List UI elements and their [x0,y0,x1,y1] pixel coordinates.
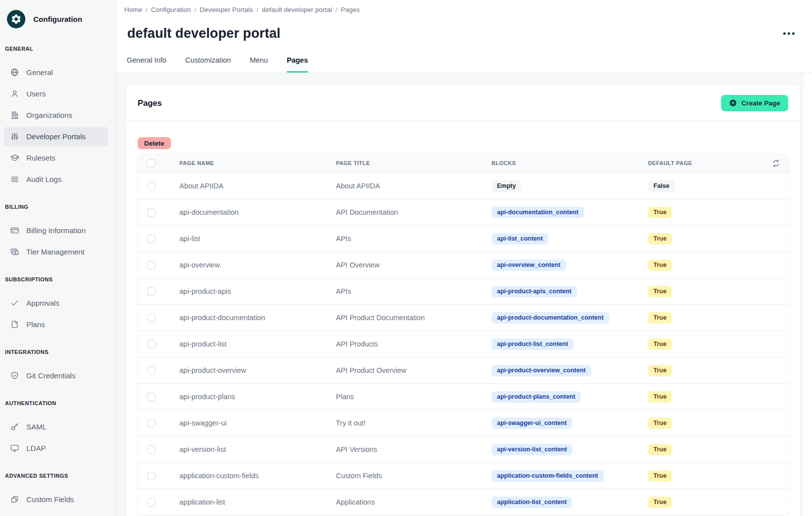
sidebar-section-label: ADVANCED SETTINGS [5,473,108,479]
sidebar-item-ldap[interactable]: LDAP [4,438,108,458]
row-checkbox-cell [138,208,179,217]
table-row[interactable]: api-overviewAPI Overviewapi-overview_con… [138,252,789,278]
sidebar-item-plans[interactable]: Plans [4,315,108,334]
sidebar-item-git-credentials[interactable]: Git Credentials [4,366,108,385]
blocks-badge[interactable]: api-product-overview_content [491,365,591,376]
row-checkbox-cell [138,498,179,507]
row-checkbox[interactable] [147,366,156,375]
blocks-cell: api-product-documentation_content [491,312,648,324]
default-page-badge: True [648,470,672,482]
default-page-badge: True [648,233,672,245]
blocks-badge: Empty [491,180,521,192]
blocks-badge[interactable]: api-version-list_content [491,444,572,455]
sidebar-section-label: SUBSCRIPTIONS [5,276,108,282]
delete-button[interactable]: Delete [138,137,171,149]
sidebar-item-developer-portals[interactable]: Developer Portals [4,127,108,146]
row-checkbox[interactable] [147,419,156,428]
blocks-badge[interactable]: api-list_content [491,233,548,245]
blocks-badge[interactable]: api-product-apis_content [491,286,577,297]
table-row[interactable]: application-custom-fieldsCustom Fieldsap… [138,462,789,489]
sidebar-item-users[interactable]: Users [4,84,108,103]
sidebar-item-label: LDAP [26,444,46,452]
breadcrumb-item-home[interactable]: Home [124,6,142,13]
blocks-badge[interactable]: application-custom-fields_content [491,470,604,482]
page-title-cell: APIs [336,235,491,243]
row-checkbox-cell [138,314,179,322]
sidebar-item-custom-fields[interactable]: Custom Fields [4,490,108,509]
row-checkbox[interactable] [147,393,156,401]
blocks-badge[interactable]: api-documentation_content [491,207,584,218]
row-checkbox-cell [138,445,179,454]
table-row[interactable]: api-version-listAPI Versionsapi-version-… [138,436,789,462]
table-row[interactable]: api-listAPIsapi-list_contentTrue [138,225,789,252]
row-checkbox[interactable] [147,445,156,454]
blocks-badge[interactable]: api-product-documentation_content [491,312,609,324]
sidebar-item-tier-management[interactable]: Tier Management [4,242,108,261]
table-row[interactable]: api-product-plansPlansapi-product-plans_… [138,383,789,410]
sidebar-item-organizations[interactable]: Organizations [4,105,108,125]
refresh-button[interactable] [771,158,781,169]
row-checkbox[interactable] [147,287,156,296]
page-title-cell: Applications [336,498,491,506]
blocks-badge[interactable]: api-product-list_content [491,339,573,350]
page-title-cell: Try it out! [336,419,491,427]
table-row[interactable]: api-product-documentationAPI Product Doc… [138,304,789,331]
table-row[interactable]: About APIIDAAbout APIIDAEmptyFalse [138,172,789,199]
row-checkbox[interactable] [147,340,156,348]
table-row[interactable]: api-product-overviewAPI Product Overview… [138,357,789,383]
row-checkbox[interactable] [147,261,156,269]
page-title-cell: API Product Overview [336,366,491,374]
breadcrumb-item-configuration[interactable]: Configuration [151,6,191,13]
row-checkbox[interactable] [147,208,156,217]
page-name-cell: api-product-list [179,340,336,348]
sidebar-item-saml[interactable]: SAML [4,417,108,436]
row-checkbox-cell [138,235,179,243]
blocks-badge[interactable]: api-swagger-ui_content [491,418,572,429]
more-actions-button[interactable] [781,29,797,38]
sidebar-section-label: BILLING [5,204,108,210]
row-checkbox[interactable] [147,182,156,190]
breadcrumb-item-pages[interactable]: Pages [341,6,360,13]
default-page-badge: True [648,259,672,271]
sidebar-item-billing-information[interactable]: Billing Information [4,221,108,240]
create-page-label: Create Page [741,99,780,107]
tab-menu[interactable]: Menu [250,55,268,73]
blocks-badge[interactable]: api-product-plans_content [491,391,581,403]
sidebar-item-approvals[interactable]: Approvals [4,293,108,313]
sidebar-section-label: GENERAL [5,46,108,52]
breadcrumb-item-developer-portals[interactable]: Developer Portals [200,6,253,13]
table-row[interactable]: api-swagger-uiTry it out!api-swagger-ui_… [138,410,789,436]
row-checkbox[interactable] [147,235,156,243]
select-all-checkbox[interactable] [147,159,156,168]
table-row[interactable]: api-product-apisAPIsapi-product-apis_con… [138,278,789,304]
tab-customization[interactable]: Customization [185,55,231,73]
blocks-badge[interactable]: application-list_content [491,497,572,508]
blocks-badge[interactable]: api-overview_content [491,259,566,271]
scrollbar[interactable] [804,73,812,516]
table-row[interactable]: api-documentationAPI Documentationapi-do… [138,199,789,225]
page-title-cell: API Product Documentation [336,314,491,322]
tab-pages[interactable]: Pages [287,55,308,73]
sidebar-item-general[interactable]: General [4,63,108,82]
blocks-cell: api-swagger-ui_content [491,418,648,429]
create-page-button[interactable]: Create Page [721,95,788,111]
sidebar-item-rulesets[interactable]: Rulesets [4,148,108,168]
content-area: Pages Create Page Delete PAGE NAMEPAGE T… [117,73,812,516]
table-row[interactable]: api-product-listAPI Productsapi-product-… [138,331,789,357]
table-row[interactable]: application-listApplicationsapplication-… [138,489,789,515]
row-checkbox[interactable] [147,472,156,480]
breadcrumb-item-default-developer-portal[interactable]: default developer portal [262,6,332,13]
blocks-cell: api-product-plans_content [491,391,648,403]
main-area: Home/Configuration/Developer Portals/def… [117,0,812,516]
user-icon [10,89,19,98]
sidebar-item-audit-logs[interactable]: Audit Logs [4,170,108,189]
blocks-cell: application-custom-fields_content [491,470,648,482]
tab-general-info[interactable]: General Info [127,55,166,73]
page-title-cell: API Overview [336,261,491,269]
row-checkbox[interactable] [147,314,156,322]
default-page-badge: True [648,497,672,508]
breadcrumb-separator: / [256,6,258,13]
sidebar-item-label: SAML [26,423,47,431]
blocks-cell: api-product-apis_content [491,286,648,297]
row-checkbox[interactable] [147,498,156,507]
